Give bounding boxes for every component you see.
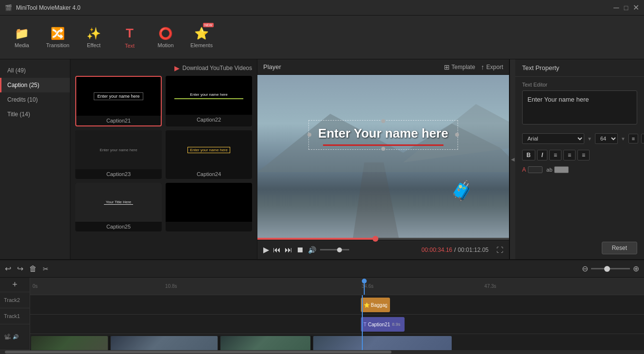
delete-button[interactable]: 🗑 [29, 265, 37, 273]
video-track-label: 📽 🔊 [0, 324, 30, 350]
caption21-item[interactable]: Enter your name here Caption21 [75, 76, 162, 126]
redo-button[interactable]: ↪ [17, 264, 23, 273]
video-row: 🔊 ↻ 🔊 ↻ 🔊 ↻ [30, 334, 644, 350]
collapse-handle[interactable]: ◀ [509, 59, 515, 259]
color-controls: A ab [515, 162, 644, 177]
sidebar-item-credits[interactable]: Credits (10) [0, 92, 70, 107]
prev-button[interactable]: ⏮ [273, 246, 281, 254]
zoom-in-icon[interactable]: ⊕ [633, 264, 639, 273]
undo-button[interactable]: ↩ [5, 264, 11, 273]
baggage-clip-label: Baggag [371, 302, 387, 308]
caption21-clip-icon: T [364, 322, 367, 327]
tool-effect[interactable]: ✨ Effect [77, 19, 111, 55]
zoom-out-icon[interactable]: ⊖ [582, 264, 588, 273]
player-area: Player ⊞ Template ↑ Export [257, 59, 509, 259]
font-color-swatch[interactable] [528, 166, 542, 173]
bg-color-swatch[interactable] [554, 166, 569, 173]
sidebar-item-caption[interactable]: Caption (25) [0, 78, 70, 92]
font-size-select[interactable]: 64 48 32 24 [595, 133, 618, 144]
export-icon: ↑ [481, 63, 484, 71]
next-button[interactable]: ⏭ [285, 246, 292, 254]
video-strip-2[interactable]: 🔊 ↻ [111, 336, 218, 351]
progress-bar[interactable] [257, 238, 509, 240]
collapse-icon: ◀ [511, 157, 515, 162]
sidebar: All (49) Caption (25) Credits (10) Title… [0, 59, 70, 259]
export-button[interactable]: ↑ Export [481, 63, 503, 71]
media-icon: 📁 [15, 27, 29, 40]
baggage-clip[interactable]: ⭐ Baggag [361, 298, 390, 312]
tool-text[interactable]: T Text [113, 19, 147, 55]
volume-icon[interactable]: 🔊 [308, 246, 316, 254]
zoom-slider[interactable] [591, 268, 630, 269]
h-scrollbar[interactable] [0, 350, 644, 354]
close-button[interactable]: ✕ [632, 4, 639, 11]
timeline: ↩ ↪ 🗑 ✂ ⊖ ⊕ + Track2 Track1 📽 🔊 [0, 259, 644, 354]
caption23-item[interactable]: Enter your name here Caption23 [75, 130, 162, 179]
maximize-button[interactable]: □ [623, 4, 629, 11]
video-strip-4[interactable]: 🔊 ↻ [313, 336, 452, 351]
caption21-clip[interactable]: T Caption21 8.9s [361, 317, 405, 332]
caption22-preview-text: Enter your name here [188, 92, 229, 97]
caption24-preview-text: Enter your name here [187, 147, 230, 153]
export-label: Export [486, 64, 503, 71]
text-underline [323, 144, 443, 146]
time-display: 00:00:34.16 / 00:01:12.05 [422, 247, 489, 253]
tool-media[interactable]: 📁 Media [5, 19, 39, 55]
effect-icon: ✨ [86, 27, 101, 40]
template-icon: ⊞ [444, 63, 450, 71]
font-family-select[interactable]: Arial Times New Roman Helvetica [522, 133, 584, 144]
sidebar-item-title[interactable]: Title (14) [0, 107, 70, 122]
font-color-label: A [522, 166, 542, 173]
size-down-icon: ▼ [621, 136, 626, 142]
align-left-button[interactable]: ≡ [549, 150, 561, 160]
tool-elements[interactable]: NEW ⭐ Elements [185, 19, 219, 55]
caption21-preview-text: Enter your name here [94, 92, 143, 100]
text-overlay-container[interactable]: Enter Your name here [312, 124, 454, 146]
char-spacing-button[interactable]: 1 [641, 134, 644, 143]
fullscreen-button[interactable]: ⛶ [496, 246, 503, 254]
track2-row: ⭐ Baggag [30, 295, 644, 315]
stop-button[interactable]: ⏹ [296, 246, 304, 254]
line-spacing-button[interactable]: ≡ [628, 134, 638, 143]
bold-button[interactable]: B [522, 150, 535, 160]
reset-button[interactable]: Reset [602, 242, 637, 254]
elements-icon: ⭐ [194, 27, 209, 40]
tool-motion[interactable]: ⭕ Motion [149, 19, 183, 55]
time-total: 00:01:12.05 [458, 247, 489, 253]
app-title: MiniTool MovieMaker 4.0 [16, 4, 81, 11]
caption23-label: Caption23 [75, 169, 162, 179]
template-label: Template [452, 64, 475, 71]
caption25-item[interactable]: Your Title Here Caption25 [75, 183, 162, 231]
sidebar-item-all[interactable]: All (49) [0, 63, 70, 78]
volume-slider[interactable] [320, 249, 349, 250]
progress-bar-container[interactable] [257, 238, 509, 240]
progress-thumb[interactable] [373, 236, 378, 242]
caption24-thumb: Enter your name here [166, 130, 252, 169]
caption-grid: Enter your name here Caption21 Enter you… [75, 76, 252, 231]
add-track-button[interactable]: + [0, 278, 30, 292]
cut-button[interactable]: ✂ [43, 265, 49, 273]
template-button[interactable]: ⊞ Template [444, 63, 475, 71]
h-scrollbar-thumb[interactable] [5, 351, 391, 354]
player-label: Player [263, 63, 281, 71]
content-grid: ▶ Download YouTube Videos Enter your nam… [70, 59, 257, 259]
content-header[interactable]: ▶ Download YouTube Videos [75, 64, 252, 76]
video-strips: 🔊 ↻ 🔊 ↻ 🔊 ↻ [30, 336, 453, 351]
minimize-button[interactable]: ─ [613, 4, 620, 11]
play-button[interactable]: ▶ [263, 245, 269, 254]
video-strip-3[interactable]: 🔊 ↻ [220, 336, 310, 351]
caption22-item[interactable]: Enter your name here Caption22 [166, 76, 252, 126]
reset-btn-row: Reset [515, 237, 644, 259]
align-center-button[interactable]: ≡ [563, 150, 576, 160]
video-strip-1[interactable]: 🔊 ↻ [31, 336, 108, 351]
caption24-item[interactable]: Enter your name here Caption24 [166, 130, 252, 179]
tool-transition[interactable]: 🔀 Transition [41, 19, 75, 55]
text-editor-box[interactable]: Enter Your name here [522, 90, 637, 124]
handle-bottom [381, 147, 385, 151]
italic-button[interactable]: I [537, 150, 547, 160]
progress-fill [257, 238, 375, 240]
caption26-item[interactable] [166, 183, 252, 231]
align-right-button[interactable]: ≡ [577, 150, 590, 160]
timeline-ruler: 0s 10.8s 34.6s 47.3s [30, 278, 644, 295]
titlebar-left: 🎬 MiniTool MovieMaker 4.0 [5, 4, 81, 11]
